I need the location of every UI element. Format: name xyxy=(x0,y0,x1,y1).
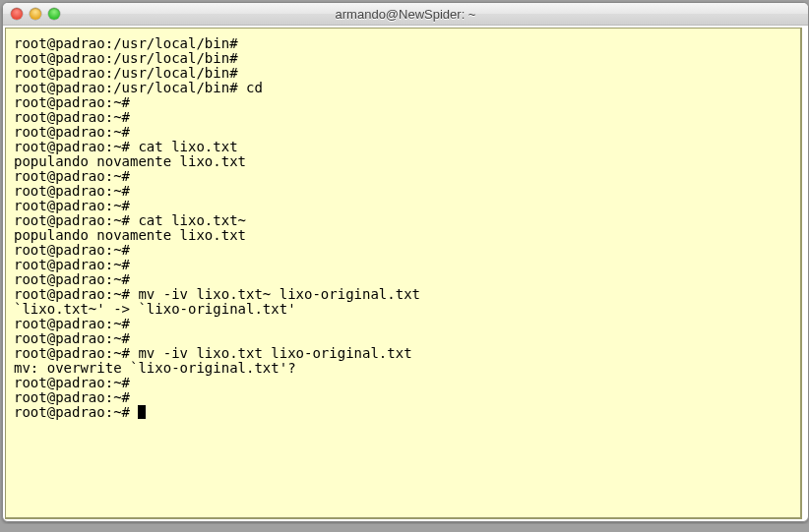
terminal-line: root@padrao:/usr/local/bin# xyxy=(14,51,792,66)
terminal-line: root@padrao:~# xyxy=(14,376,792,390)
terminal-line: root@padrao:~# xyxy=(14,125,792,140)
close-button[interactable] xyxy=(11,8,23,20)
window-controls xyxy=(11,8,60,20)
terminal-area[interactable]: root@padrao:/usr/local/bin#root@padrao:/… xyxy=(5,28,802,519)
terminal-line: root@padrao:/usr/local/bin# xyxy=(14,36,792,51)
terminal-line: root@padrao:~# xyxy=(14,110,792,125)
terminal-line: root@padrao:~# xyxy=(14,95,792,110)
terminal-line: root@padrao:~# xyxy=(14,272,792,287)
terminal-line: root@padrao:/usr/local/bin# xyxy=(14,66,792,81)
terminal-line: root@padrao:~# xyxy=(14,258,792,272)
terminal-line: root@padrao:~# mv -iv lixo.txt lixo-orig… xyxy=(14,346,792,361)
terminal-line: populando novamente lixo.txt xyxy=(14,228,792,243)
terminal-line: root@padrao:~# xyxy=(14,390,792,405)
terminal-line: root@padrao:~# xyxy=(14,199,792,213)
titlebar[interactable]: armando@NewSpider: ~ xyxy=(3,3,808,26)
prompt-text: root@padrao:~# xyxy=(14,404,138,420)
cursor xyxy=(138,405,146,419)
terminal-line: root@padrao:~# xyxy=(14,169,792,184)
terminal-line: root@padrao:~# xyxy=(14,317,792,331)
terminal-line: root@padrao:~# xyxy=(14,184,792,199)
zoom-button[interactable] xyxy=(48,8,60,20)
terminal-line: root@padrao:~# xyxy=(14,243,792,258)
terminal-window: armando@NewSpider: ~ root@padrao:/usr/lo… xyxy=(2,2,809,522)
terminal-line: root@padrao:~# xyxy=(14,331,792,346)
terminal-line: root@padrao:~# cat lixo.txt xyxy=(14,140,792,154)
terminal-line: populando novamente lixo.txt xyxy=(14,154,792,169)
terminal-line: `lixo.txt~' -> `lixo-original.txt' xyxy=(14,302,792,317)
terminal-line: root@padrao:~# mv -iv lixo.txt~ lixo-ori… xyxy=(14,287,792,302)
terminal-current-line[interactable]: root@padrao:~# xyxy=(14,405,792,420)
minimize-button[interactable] xyxy=(30,8,41,20)
window-title: armando@NewSpider: ~ xyxy=(3,7,808,22)
terminal-line: mv: overwrite `lixo-original.txt'? xyxy=(14,361,792,376)
terminal-wrap: root@padrao:/usr/local/bin#root@padrao:/… xyxy=(3,26,808,521)
terminal-line: root@padrao:~# cat lixo.txt~ xyxy=(14,213,792,228)
terminal-line: root@padrao:/usr/local/bin# cd xyxy=(14,81,792,95)
